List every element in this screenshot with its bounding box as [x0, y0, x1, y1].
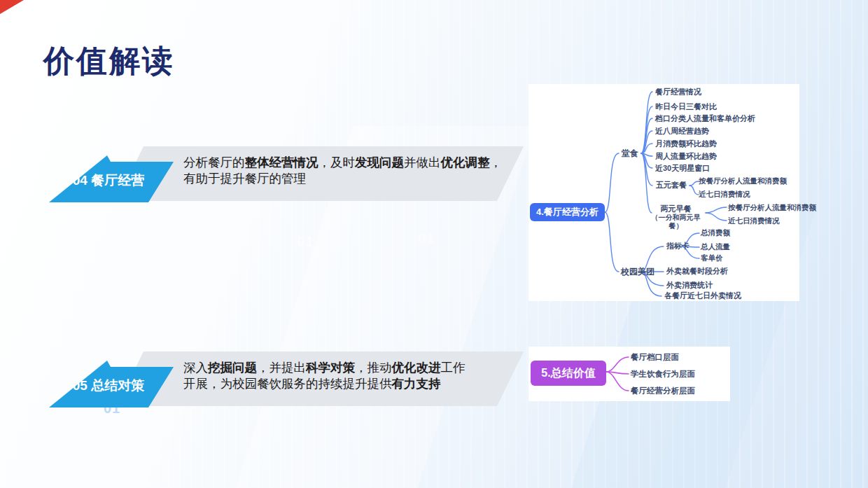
- desc-segment: 深入: [183, 361, 208, 375]
- leaf-node: 近七日消费情况: [728, 216, 780, 225]
- corner-accent-triangle: [0, 0, 24, 14]
- desc-segment: 有助于提升餐厅的管理: [183, 172, 306, 186]
- mindmap-summary-value: 5.总结价值 餐厅档口层面 学生饮食行为层面 餐厅经营分析层面: [528, 347, 730, 401]
- node-sublabel: （一分和两元早餐）: [646, 214, 706, 230]
- leaf-node: 外卖就餐时段分析: [666, 267, 728, 276]
- branch-campus-meituan: 校园美团: [621, 266, 654, 277]
- leaf-node: 外卖消费统计: [666, 281, 713, 290]
- leaf-node: 近七日消费情况: [699, 190, 750, 199]
- branch-dine-in: 堂食: [622, 148, 638, 159]
- mindmap-restaurant-analysis: 4.餐厅经营分析 堂食 餐厅经营情况 昨日今日三餐对比 档口分类人流量和客单价分…: [528, 84, 799, 301]
- leaf-node: 档口分类人流量和客单价分析: [655, 114, 755, 123]
- leaf-node: 总消费额: [701, 228, 730, 237]
- leaf-node: 餐厅经营分析层面: [631, 386, 695, 396]
- desc-segment: 优化调整: [441, 155, 490, 169]
- desc-segment: 工作: [441, 361, 465, 375]
- desc-segment: 优化改进: [392, 361, 441, 375]
- leaf-node: 客单价: [701, 253, 723, 263]
- desc-segment: 整体经营情况: [245, 155, 318, 169]
- desc-segment: 有力支持: [392, 377, 441, 391]
- desc-segment: 分析餐厅的: [183, 155, 245, 169]
- desc-segment: ，: [490, 155, 503, 169]
- mindmap-root-node: 4.餐厅经营分析: [530, 203, 605, 221]
- slide: 价值解读 01 01 01 01 04 餐厅经营 分析餐厅的整体经营情况，及时发…: [0, 0, 868, 488]
- section-badge: 05 总结对策: [52, 377, 164, 395]
- leaf-node: 总人流量: [701, 242, 730, 251]
- desc-segment: 发现问题: [355, 155, 404, 169]
- mindmap-root-node: 5.总结价值: [531, 361, 606, 386]
- desc-segment: 科学对策: [306, 361, 355, 375]
- leaf-node: 昨日今日三餐对比: [655, 102, 717, 111]
- leaf-node: 周人流量环比趋势: [655, 152, 717, 161]
- watermark-01: 01: [127, 317, 144, 333]
- leaf-node: 按餐厅分析人流量和消费额: [699, 176, 787, 186]
- section-summary-strategy: 05 总结对策 深入挖掘问题，并提出科学对策，推动优化改进工作开展，为校园餐饮服…: [42, 345, 532, 422]
- page-title: 价值解读: [43, 41, 175, 82]
- leaf-node: 近八周经营趋势: [655, 127, 709, 136]
- desc-segment: ，并提出: [257, 361, 306, 375]
- desc-segment: 并做出: [404, 155, 441, 169]
- desc-segment: 开展，为校园餐饮服务的持续提升提供: [183, 377, 392, 391]
- section-badge: 04 餐厅经营: [52, 172, 164, 190]
- desc-segment: ，及时: [318, 155, 356, 169]
- node-label: 两元早餐: [646, 204, 706, 214]
- section-description: 分析餐厅的整体经营情况，及时发现问题并做出优化调整，有助于提升餐厅的管理: [183, 155, 518, 186]
- section-restaurant-operation: 04 餐厅经营 分析餐厅的整体经营情况，及时发现问题并做出优化调整，有助于提升餐…: [42, 140, 532, 217]
- leaf-node: 各餐厅近七日外卖情况: [664, 291, 741, 300]
- desc-segment: 挖掘问题: [208, 361, 257, 375]
- node-two-yuan-breakfast: 两元早餐 （一分和两元早餐）: [646, 204, 706, 230]
- leaf-node: 月消费额环比趋势: [655, 139, 717, 148]
- node-five-yuan-set: 五元套餐: [656, 181, 687, 190]
- watermark-01: 01: [297, 234, 314, 250]
- leaf-node: 近30天明星窗口: [655, 164, 710, 173]
- leaf-node: 学生饮食行为层面: [631, 369, 695, 379]
- watermark-01: 01: [418, 230, 435, 246]
- leaf-node: 餐厅档口层面: [631, 352, 679, 362]
- node-indicator-card: 指标卡: [666, 242, 690, 251]
- section-description: 深入挖掘问题，并提出科学对策，推动优化改进工作开展，为校园餐饮服务的持续提升提供…: [183, 360, 518, 391]
- desc-segment: ，推动: [355, 361, 392, 375]
- leaf-node: 餐厅经营情况: [655, 88, 701, 97]
- leaf-node: 按餐厅分析人流量和消费额: [728, 203, 816, 212]
